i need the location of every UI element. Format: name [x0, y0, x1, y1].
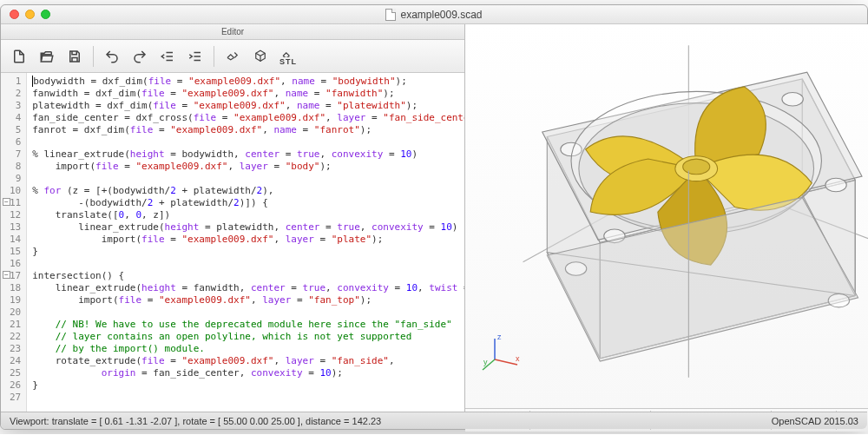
zoom-button[interactable] — [41, 10, 50, 19]
svg-text:y: y — [483, 358, 488, 366]
minimize-button[interactable] — [25, 10, 35, 19]
preview-button[interactable] — [220, 44, 246, 69]
svg-point-17 — [565, 262, 586, 276]
code-editor[interactable]: 1234567891011−121314151617−1819202122232… — [1, 73, 464, 412]
redo-button[interactable] — [127, 44, 153, 69]
titlebar: example009.scad — [1, 5, 867, 24]
undo-button[interactable] — [99, 44, 125, 69]
render-button[interactable] — [247, 44, 273, 69]
open-button[interactable] — [34, 44, 60, 69]
viewport-panel: z x y — [465, 24, 868, 412]
svg-point-18 — [828, 293, 849, 307]
editor-header: Editor — [1, 24, 464, 40]
svg-text:z: z — [497, 333, 502, 341]
save-button[interactable] — [62, 44, 88, 69]
indent-button[interactable] — [182, 44, 208, 69]
editor-panel: Editor STL 1234567891011−121314151617−18… — [1, 24, 465, 412]
svg-text:x: x — [516, 354, 520, 363]
svg-point-9 — [782, 93, 803, 107]
unindent-button[interactable] — [155, 44, 181, 69]
document-icon — [385, 9, 396, 21]
status-bar: Viewport: translate = [ 0.61 -1.31 -2.07… — [1, 412, 867, 429]
3d-viewport[interactable]: z x y — [465, 24, 868, 408]
close-button[interactable] — [10, 10, 19, 19]
window-title: example009.scad — [1, 9, 867, 21]
svg-point-15 — [683, 159, 710, 175]
code-content[interactable]: bodywidth = dxf_dim(file = "example009.d… — [27, 73, 464, 412]
fold-toggle[interactable]: − — [3, 198, 10, 206]
line-gutter: 1234567891011−121314151617−1819202122232… — [1, 73, 27, 412]
app-window: example009.scad Editor STL 123456789101 — [0, 4, 868, 430]
svg-line-21 — [495, 359, 517, 365]
new-button[interactable] — [6, 44, 32, 69]
window-controls — [1, 10, 50, 19]
export-stl-button[interactable]: STL — [275, 44, 301, 69]
fold-toggle[interactable]: − — [3, 271, 10, 279]
svg-point-10 — [825, 178, 846, 192]
version-label: OpenSCAD 2015.03 — [772, 416, 858, 426]
editor-toolbar: STL — [1, 40, 464, 73]
axis-gizmo: z x y — [481, 332, 523, 373]
viewport-status: Viewport: translate = [ 0.61 -1.31 -2.07… — [10, 416, 381, 426]
